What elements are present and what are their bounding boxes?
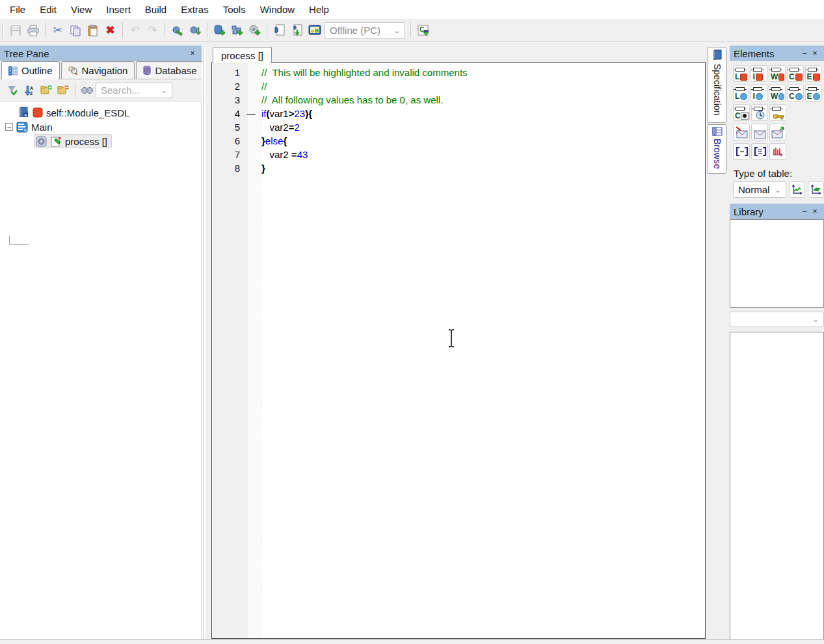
- experiment-target-select[interactable]: Offline (PC) ⌄: [325, 22, 405, 39]
- library-close-button[interactable]: ×: [810, 206, 820, 217]
- element-L-circle-button[interactable]: L: [733, 85, 749, 101]
- menu-view[interactable]: View: [64, 0, 99, 19]
- open-document-icon: [274, 24, 286, 36]
- cut-button[interactable]: ✂: [49, 21, 66, 39]
- editor-tab-process[interactable]: process []: [213, 47, 272, 63]
- component-pin-icon: [754, 107, 763, 111]
- edit-component-button[interactable]: [168, 21, 186, 39]
- monitor-button[interactable]: [306, 21, 323, 39]
- message-button[interactable]: [751, 124, 768, 141]
- message-receive-button[interactable]: [733, 124, 750, 141]
- svg-text:E: E: [25, 113, 27, 117]
- parameter-circle-icon: [756, 93, 763, 100]
- table-1d-button[interactable]: [789, 181, 805, 198]
- add-module-button[interactable]: [228, 21, 246, 39]
- paste-button[interactable]: [84, 21, 101, 39]
- outline-icon: [8, 66, 18, 75]
- element-E-circle-button[interactable]: E: [805, 85, 821, 101]
- fold-marker-icon[interactable]: —: [244, 107, 258, 120]
- code-line-1: 1// This will be highlighted and invalid…: [212, 66, 705, 79]
- menu-tools[interactable]: Tools: [216, 0, 253, 19]
- element-letter: E: [807, 92, 812, 100]
- collapse-expander[interactable]: −: [5, 123, 13, 131]
- redo-button[interactable]: ↷: [144, 21, 161, 39]
- sort-az-button[interactable]: AZ: [21, 82, 38, 99]
- code-area[interactable]: 1// This will be highlighted and invalid…: [262, 63, 705, 638]
- library-list[interactable]: [730, 219, 824, 308]
- add-class-button[interactable]: [246, 21, 263, 39]
- tab-navigation[interactable]: Navigation: [61, 61, 135, 79]
- tab-browse[interactable]: Browse: [708, 124, 727, 174]
- table-2d-button[interactable]: [808, 181, 824, 198]
- import-document-button[interactable]: [288, 21, 306, 39]
- timer-button[interactable]: [751, 104, 768, 121]
- constant-button[interactable]: C: [733, 104, 750, 121]
- tab-specification[interactable]: Specification: [708, 47, 727, 123]
- toolbar-grip[interactable]: [2, 23, 4, 38]
- module-book-icon: E: [18, 107, 29, 118]
- save-button[interactable]: [7, 21, 24, 39]
- code-generation-settings-button[interactable]: C: [414, 21, 432, 39]
- element-C-circle-button[interactable]: C: [787, 85, 804, 101]
- element-C-square-button[interactable]: C: [787, 65, 804, 82]
- expand-all-button[interactable]: [38, 82, 55, 99]
- component-pin-icon: [771, 68, 780, 72]
- element-L-square-button[interactable]: L: [733, 65, 749, 82]
- module-type-icon: [33, 107, 43, 118]
- elements-close-button[interactable]: ×: [810, 48, 820, 59]
- generate-code-button[interactable]: [186, 21, 204, 39]
- code-editor[interactable]: 1// This will be highlighted and invalid…: [211, 62, 706, 639]
- tab-outline[interactable]: Outline: [1, 61, 60, 79]
- code-text: }: [258, 163, 265, 174]
- tree-node-main[interactable]: − E Main: [0, 120, 201, 134]
- element-E-square-button[interactable]: E: [805, 65, 821, 82]
- search-input[interactable]: Search... ⌄: [96, 83, 172, 98]
- tree-node-module[interactable]: E self::Module_ESDL: [0, 105, 201, 120]
- tree-pane-close-button[interactable]: ×: [187, 48, 198, 59]
- component-pin-icon: [736, 87, 745, 91]
- elements-minimize-button[interactable]: –: [799, 48, 810, 59]
- print-button[interactable]: [24, 21, 42, 39]
- message-send-button[interactable]: [769, 124, 786, 141]
- library-filter-select[interactable]: ⌄: [730, 312, 824, 327]
- delete-icon: ✖: [105, 25, 114, 36]
- chevron-down-icon: ⌄: [775, 185, 781, 195]
- copy-button[interactable]: [66, 21, 84, 39]
- menu-insert[interactable]: Insert: [99, 0, 138, 19]
- find-button[interactable]: [79, 82, 96, 99]
- element-W-square-button[interactable]: W: [769, 65, 786, 82]
- library-minimize-button[interactable]: –: [799, 206, 810, 217]
- add-component-icon: [213, 24, 226, 36]
- constant-letter: C: [735, 112, 741, 120]
- filter-button[interactable]: [4, 82, 21, 99]
- menu-build[interactable]: Build: [138, 0, 174, 19]
- menu-edit[interactable]: Edit: [33, 0, 64, 19]
- tree-node-process[interactable]: process []: [0, 134, 201, 148]
- characteristic-button[interactable]: [769, 143, 786, 160]
- left-splitter[interactable]: [202, 46, 206, 639]
- code-line-2: 2//: [212, 79, 705, 93]
- menu-help[interactable]: Help: [302, 0, 336, 19]
- tab-database[interactable]: Database: [136, 61, 204, 79]
- element-W-circle-button[interactable]: W: [769, 85, 786, 101]
- delete-button[interactable]: ✖: [101, 21, 119, 39]
- generate-code-icon: [189, 25, 202, 36]
- table-type-select[interactable]: Normal ⌄: [733, 181, 786, 198]
- library-detail-box[interactable]: [730, 332, 824, 644]
- tree-view[interactable]: E self::Module_ESDL − E Main process []: [0, 101, 202, 639]
- tree-node-module-label: self::Module_ESDL: [46, 107, 129, 118]
- open-document-button[interactable]: [271, 21, 288, 39]
- element-I-square-button[interactable]: I: [751, 65, 767, 82]
- menu-extras[interactable]: Extras: [174, 0, 216, 19]
- array-button[interactable]: [733, 143, 750, 160]
- type-of-table-label: Type of table:: [730, 163, 824, 181]
- undo-button[interactable]: ↶: [126, 21, 144, 39]
- add-component-button[interactable]: [211, 21, 228, 39]
- menu-window[interactable]: Window: [253, 0, 302, 19]
- matrix-button[interactable]: [751, 143, 768, 160]
- collapse-all-button[interactable]: [55, 82, 72, 99]
- key-button[interactable]: [769, 104, 786, 121]
- element-I-circle-button[interactable]: I: [751, 85, 767, 101]
- menu-file[interactable]: File: [3, 0, 33, 19]
- message-icon: [754, 130, 766, 139]
